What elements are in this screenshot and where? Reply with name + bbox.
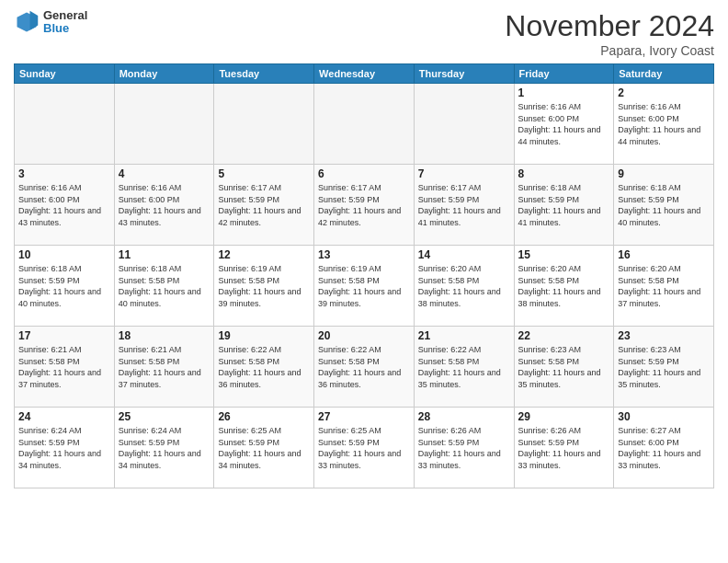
- logo-icon: [14, 9, 40, 35]
- day-info: Sunrise: 6:25 AMSunset: 5:59 PMDaylight:…: [218, 425, 310, 471]
- title-block: November 2024 Papara, Ivory Coast: [505, 9, 714, 58]
- page: General Blue November 2024 Papara, Ivory…: [0, 0, 728, 563]
- calendar-cell: 26Sunrise: 6:25 AMSunset: 5:59 PMDayligh…: [214, 408, 314, 488]
- day-number: 14: [418, 248, 510, 261]
- calendar-cell: 14Sunrise: 6:20 AMSunset: 5:58 PMDayligh…: [414, 246, 514, 327]
- calendar-day-header: Wednesday: [314, 64, 415, 84]
- day-info: Sunrise: 6:23 AMSunset: 5:59 PMDaylight:…: [618, 344, 710, 390]
- day-info: Sunrise: 6:24 AMSunset: 5:59 PMDaylight:…: [18, 425, 110, 471]
- day-number: 1: [518, 86, 610, 99]
- day-info: Sunrise: 6:24 AMSunset: 5:59 PMDaylight:…: [119, 425, 210, 471]
- calendar-cell: 11Sunrise: 6:18 AMSunset: 5:58 PMDayligh…: [114, 246, 214, 327]
- day-number: 12: [218, 248, 310, 261]
- calendar-cell: 3Sunrise: 6:16 AMSunset: 6:00 PMDaylight…: [15, 165, 115, 246]
- calendar-cell: [414, 84, 514, 165]
- day-number: 11: [119, 248, 210, 261]
- calendar-cell: 27Sunrise: 6:25 AMSunset: 5:59 PMDayligh…: [314, 408, 415, 488]
- calendar-cell: 16Sunrise: 6:20 AMSunset: 5:58 PMDayligh…: [614, 246, 714, 327]
- logo-general-text: General: [43, 9, 87, 22]
- calendar-cell: 12Sunrise: 6:19 AMSunset: 5:58 PMDayligh…: [214, 246, 314, 327]
- day-info: Sunrise: 6:20 AMSunset: 5:58 PMDaylight:…: [618, 263, 710, 309]
- calendar-cell: 21Sunrise: 6:22 AMSunset: 5:58 PMDayligh…: [414, 327, 514, 408]
- day-number: 29: [518, 410, 610, 423]
- calendar-cell: 10Sunrise: 6:18 AMSunset: 5:59 PMDayligh…: [15, 246, 115, 327]
- location: Papara, Ivory Coast: [505, 43, 714, 58]
- day-number: 24: [18, 410, 110, 423]
- day-info: Sunrise: 6:20 AMSunset: 5:58 PMDaylight:…: [418, 263, 510, 309]
- day-info: Sunrise: 6:18 AMSunset: 5:58 PMDaylight:…: [119, 263, 210, 309]
- calendar-cell: 23Sunrise: 6:23 AMSunset: 5:59 PMDayligh…: [614, 327, 714, 408]
- calendar-cell: 13Sunrise: 6:19 AMSunset: 5:58 PMDayligh…: [314, 246, 415, 327]
- day-info: Sunrise: 6:26 AMSunset: 5:59 PMDaylight:…: [518, 425, 610, 471]
- calendar-week-row: 24Sunrise: 6:24 AMSunset: 5:59 PMDayligh…: [15, 408, 714, 488]
- calendar-cell: [15, 84, 115, 165]
- day-info: Sunrise: 6:17 AMSunset: 5:59 PMDaylight:…: [218, 182, 310, 228]
- calendar-cell: [314, 84, 415, 165]
- day-info: Sunrise: 6:16 AMSunset: 6:00 PMDaylight:…: [518, 101, 610, 147]
- day-number: 25: [119, 410, 210, 423]
- day-info: Sunrise: 6:20 AMSunset: 5:58 PMDaylight:…: [518, 263, 610, 309]
- calendar-cell: 25Sunrise: 6:24 AMSunset: 5:59 PMDayligh…: [114, 408, 214, 488]
- day-info: Sunrise: 6:16 AMSunset: 6:00 PMDaylight:…: [119, 182, 210, 228]
- calendar-cell: 1Sunrise: 6:16 AMSunset: 6:00 PMDaylight…: [514, 84, 614, 165]
- calendar-day-header: Monday: [114, 64, 214, 84]
- calendar-cell: 17Sunrise: 6:21 AMSunset: 5:58 PMDayligh…: [15, 327, 115, 408]
- day-number: 17: [18, 329, 110, 342]
- day-info: Sunrise: 6:16 AMSunset: 6:00 PMDaylight:…: [18, 182, 110, 228]
- calendar-cell: 28Sunrise: 6:26 AMSunset: 5:59 PMDayligh…: [414, 408, 514, 488]
- day-number: 28: [418, 410, 510, 423]
- day-info: Sunrise: 6:27 AMSunset: 6:00 PMDaylight:…: [618, 425, 710, 471]
- day-info: Sunrise: 6:17 AMSunset: 5:59 PMDaylight:…: [418, 182, 510, 228]
- logo-blue-text: Blue: [43, 22, 87, 35]
- calendar-cell: 8Sunrise: 6:18 AMSunset: 5:59 PMDaylight…: [514, 165, 614, 246]
- calendar-cell: 6Sunrise: 6:17 AMSunset: 5:59 PMDaylight…: [314, 165, 415, 246]
- calendar-cell: 15Sunrise: 6:20 AMSunset: 5:58 PMDayligh…: [514, 246, 614, 327]
- calendar-cell: 22Sunrise: 6:23 AMSunset: 5:58 PMDayligh…: [514, 327, 614, 408]
- day-info: Sunrise: 6:17 AMSunset: 5:59 PMDaylight:…: [318, 182, 410, 228]
- day-number: 18: [119, 329, 210, 342]
- calendar-day-header: Thursday: [414, 64, 514, 84]
- day-info: Sunrise: 6:22 AMSunset: 5:58 PMDaylight:…: [318, 344, 410, 390]
- day-number: 5: [218, 167, 310, 180]
- day-number: 15: [518, 248, 610, 261]
- day-number: 10: [18, 248, 110, 261]
- calendar-cell: 30Sunrise: 6:27 AMSunset: 6:00 PMDayligh…: [614, 408, 714, 488]
- calendar-cell: 24Sunrise: 6:24 AMSunset: 5:59 PMDayligh…: [15, 408, 115, 488]
- day-info: Sunrise: 6:22 AMSunset: 5:58 PMDaylight:…: [218, 344, 310, 390]
- day-number: 13: [318, 248, 410, 261]
- calendar-day-header: Sunday: [15, 64, 115, 84]
- day-number: 30: [618, 410, 710, 423]
- day-info: Sunrise: 6:16 AMSunset: 6:00 PMDaylight:…: [618, 101, 710, 147]
- day-number: 2: [618, 86, 710, 99]
- calendar-cell: 4Sunrise: 6:16 AMSunset: 6:00 PMDaylight…: [114, 165, 214, 246]
- logo-text: General Blue: [43, 9, 87, 36]
- day-info: Sunrise: 6:21 AMSunset: 5:58 PMDaylight:…: [119, 344, 210, 390]
- day-number: 8: [518, 167, 610, 180]
- calendar-cell: 29Sunrise: 6:26 AMSunset: 5:59 PMDayligh…: [514, 408, 614, 488]
- calendar-week-row: 17Sunrise: 6:21 AMSunset: 5:58 PMDayligh…: [15, 327, 714, 408]
- day-number: 21: [418, 329, 510, 342]
- calendar-cell: 7Sunrise: 6:17 AMSunset: 5:59 PMDaylight…: [414, 165, 514, 246]
- calendar-header-row: SundayMondayTuesdayWednesdayThursdayFrid…: [15, 64, 714, 84]
- day-number: 23: [618, 329, 710, 342]
- calendar-day-header: Saturday: [614, 64, 714, 84]
- day-info: Sunrise: 6:18 AMSunset: 5:59 PMDaylight:…: [518, 182, 610, 228]
- day-info: Sunrise: 6:18 AMSunset: 5:59 PMDaylight:…: [618, 182, 710, 228]
- day-info: Sunrise: 6:25 AMSunset: 5:59 PMDaylight:…: [318, 425, 410, 471]
- day-number: 7: [418, 167, 510, 180]
- calendar-week-row: 3Sunrise: 6:16 AMSunset: 6:00 PMDaylight…: [15, 165, 714, 246]
- day-info: Sunrise: 6:21 AMSunset: 5:58 PMDaylight:…: [18, 344, 110, 390]
- calendar-cell: 20Sunrise: 6:22 AMSunset: 5:58 PMDayligh…: [314, 327, 415, 408]
- calendar-cell: 2Sunrise: 6:16 AMSunset: 6:00 PMDaylight…: [614, 84, 714, 165]
- calendar-cell: 5Sunrise: 6:17 AMSunset: 5:59 PMDaylight…: [214, 165, 314, 246]
- day-number: 22: [518, 329, 610, 342]
- day-number: 16: [618, 248, 710, 261]
- day-number: 19: [218, 329, 310, 342]
- day-info: Sunrise: 6:18 AMSunset: 5:59 PMDaylight:…: [18, 263, 110, 309]
- day-number: 3: [18, 167, 110, 180]
- calendar-cell: 18Sunrise: 6:21 AMSunset: 5:58 PMDayligh…: [114, 327, 214, 408]
- calendar-cell: 19Sunrise: 6:22 AMSunset: 5:58 PMDayligh…: [214, 327, 314, 408]
- day-number: 26: [218, 410, 310, 423]
- calendar: SundayMondayTuesdayWednesdayThursdayFrid…: [14, 63, 714, 488]
- header: General Blue November 2024 Papara, Ivory…: [14, 9, 714, 58]
